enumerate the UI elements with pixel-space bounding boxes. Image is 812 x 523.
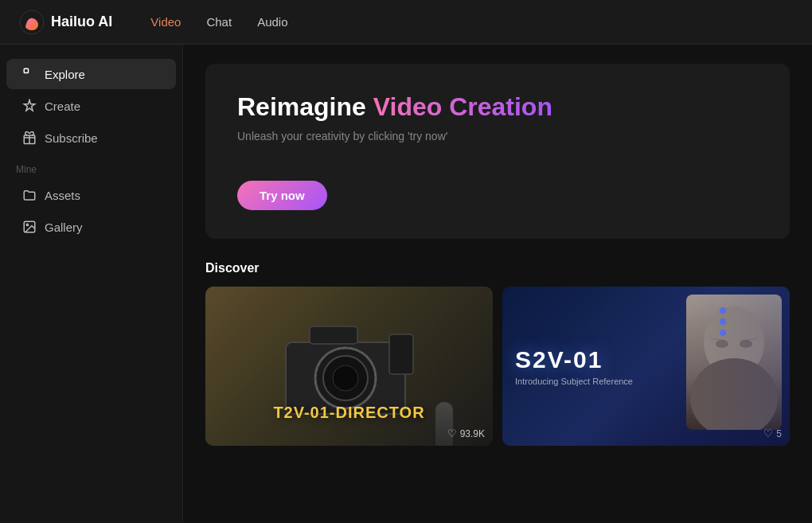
discover-card-t2v[interactable]: T2V-01-DIRECTOR ♡ 93.9K [205,287,493,446]
sidebar-item-create[interactable]: Create [6,91,176,121]
sidebar-item-subscribe[interactable]: Subscribe [6,123,176,153]
sidebar-item-assets[interactable]: Assets [6,180,176,210]
nav-chat[interactable]: Chat [206,12,232,32]
card1-title: T2V-01-DIRECTOR [205,404,493,422]
brand-logo-icon [19,10,45,35]
svg-point-4 [26,224,28,225]
topnav: Hailuo AI Video Chat Audio [0,0,812,45]
svg-rect-10 [389,334,413,374]
discover-card-s2v[interactable]: S2V-01 Introducing Subject Reference ♡ 5 [502,287,790,446]
heart-icon: ♡ [447,427,457,439]
hero-title-highlight: Video Creation [373,92,552,121]
card1-likes: ♡ 93.9K [447,427,485,439]
compass-icon [22,67,37,81]
image-icon [22,220,37,234]
svg-rect-1 [24,68,28,72]
hero-subtitle: Unleash your creativity by clicking 'try… [237,130,758,142]
sidebar-item-explore[interactable]: Explore [6,59,176,89]
card1-like-count: 93.9K [460,428,485,439]
brand-name: Hailuo AI [51,14,112,30]
portrait-overlay [631,287,790,446]
hero-title: Reimagine Video Creation [237,92,758,122]
nav-audio[interactable]: Audio [257,12,287,32]
sidebar-label-gallery: Gallery [45,221,83,234]
hero-banner: Reimagine Video Creation Unleash your cr… [205,64,790,239]
layout: Explore Create Subscribe Mine Assets [0,45,812,523]
discover-section: Discover [205,261,790,446]
hero-title-plain: Reimagine [237,92,373,121]
sidebar: Explore Create Subscribe Mine Assets [0,45,183,523]
discover-label: Discover [205,261,790,275]
svg-rect-9 [310,326,357,344]
try-now-button[interactable]: Try now [237,181,327,210]
sidebar-label-create: Create [45,100,80,113]
card2-subtitle: Introducing Subject Reference [515,377,633,386]
sparkle-icon [22,99,37,113]
sidebar-item-gallery[interactable]: Gallery [6,212,176,242]
discover-grid: T2V-01-DIRECTOR ♡ 93.9K [205,287,790,446]
svg-point-8 [333,365,358,391]
sidebar-label-assets: Assets [45,189,80,202]
gift-icon [22,131,37,145]
nav-video[interactable]: Video [150,12,181,32]
folder-icon [22,188,37,202]
sidebar-label-subscribe: Subscribe [45,131,98,145]
card2-title: S2V-01 [515,346,603,373]
mine-section-label: Mine [0,154,182,178]
main-content: Reimagine Video Creation Unleash your cr… [183,45,812,523]
sidebar-label-explore: Explore [45,68,85,81]
brand[interactable]: Hailuo AI [19,10,112,35]
